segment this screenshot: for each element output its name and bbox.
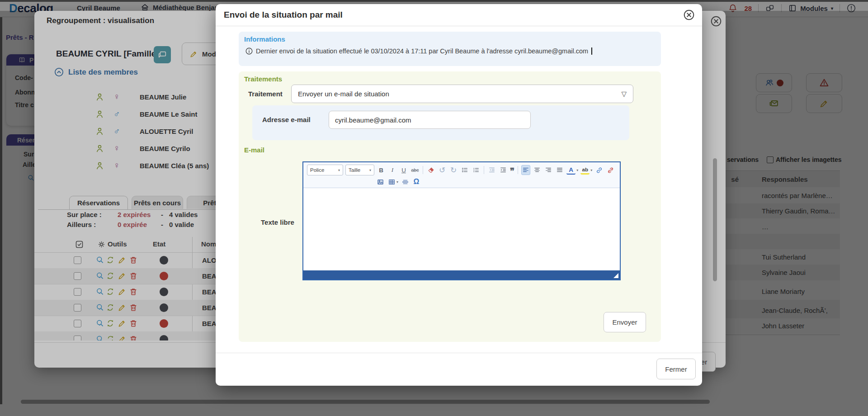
redo-button[interactable]: ↻ bbox=[449, 165, 458, 175]
select-arrow-icon: ▽ bbox=[621, 90, 627, 98]
mail-modal-footer: Fermer bbox=[216, 353, 702, 386]
treatment-label: Traitement bbox=[248, 90, 283, 98]
font-size-label: Taille bbox=[349, 167, 360, 173]
info-icon bbox=[245, 47, 253, 55]
insert-link-button[interactable] bbox=[594, 165, 604, 175]
chevron-down-icon: ▾ bbox=[590, 168, 592, 172]
bold-button[interactable]: B bbox=[377, 165, 386, 175]
align-left-button[interactable] bbox=[521, 165, 530, 175]
close-mail-modal-button[interactable]: Fermer bbox=[656, 359, 696, 379]
mail-modal-header: Envoi de la situation par mail bbox=[216, 4, 702, 26]
resize-handle-icon[interactable] bbox=[613, 273, 618, 278]
align-right-button[interactable] bbox=[544, 165, 553, 175]
treatments-panel: Traitements Traitement Envoyer un e-mail… bbox=[239, 71, 661, 342]
align-center-button[interactable] bbox=[533, 165, 542, 175]
email-address-label: Adresse e-mail bbox=[262, 116, 311, 123]
strikethrough-button[interactable]: abc bbox=[410, 165, 420, 175]
justify-button[interactable] bbox=[555, 165, 564, 175]
app-screen: Decalog Cyril Beaume Médiathèque Benjam … bbox=[0, 0, 868, 416]
text-cursor bbox=[591, 47, 592, 55]
editor-status-bar bbox=[303, 270, 620, 279]
treatment-value: Envoyer un e-mail de situation bbox=[298, 90, 389, 98]
special-character-button[interactable]: Ω bbox=[412, 177, 421, 187]
info-message: Dernier envoi de la situation effectué l… bbox=[256, 47, 588, 55]
italic-button[interactable]: I bbox=[388, 165, 397, 175]
rich-text-editor: Police ▾ Taille ▾ B I U abc ↺ bbox=[302, 161, 621, 280]
email-address-input[interactable] bbox=[329, 111, 531, 129]
bullet-list-button[interactable] bbox=[472, 165, 481, 175]
editor-body[interactable] bbox=[303, 188, 620, 271]
chevron-down-icon: ▾ bbox=[338, 168, 340, 172]
outdent-button[interactable] bbox=[487, 165, 496, 175]
chevron-down-icon: ▾ bbox=[576, 168, 578, 172]
toolbar-divider bbox=[484, 166, 484, 174]
free-text-label: Texte libre bbox=[261, 218, 294, 226]
ordered-list-button[interactable] bbox=[460, 165, 469, 175]
editor-toolbar: Police ▾ Taille ▾ B I U abc ↺ bbox=[303, 162, 620, 188]
send-button[interactable]: Envoyer bbox=[604, 312, 646, 332]
remove-format-button[interactable] bbox=[426, 165, 435, 175]
font-family-label: Police bbox=[310, 167, 324, 173]
modal-title: Envoi de la situation par mail bbox=[224, 10, 343, 20]
send-situation-mail-modal: Envoi de la situation par mail Informati… bbox=[216, 4, 702, 386]
treatment-select[interactable]: Envoyer un e-mail de situation ▽ bbox=[291, 85, 633, 103]
informations-panel: Informations Dernier envoi de la situati… bbox=[239, 32, 661, 66]
undo-button[interactable]: ↺ bbox=[438, 165, 447, 175]
email-section-heading: E-mail bbox=[244, 146, 264, 154]
horizontal-rule-button[interactable] bbox=[401, 177, 410, 187]
chevron-down-icon: ▾ bbox=[396, 180, 398, 184]
last-send-info: Dernier envoi de la situation effectué l… bbox=[245, 47, 592, 55]
blockquote-button[interactable]: ❞ bbox=[510, 169, 514, 174]
email-address-group: Adresse e-mail bbox=[252, 105, 629, 140]
text-color-button[interactable]: A bbox=[566, 165, 576, 175]
close-icon[interactable] bbox=[683, 9, 695, 21]
toolbar-divider bbox=[518, 166, 518, 174]
informations-heading: Informations bbox=[244, 35, 285, 43]
remove-link-button[interactable] bbox=[606, 165, 615, 175]
font-size-select[interactable]: Taille ▾ bbox=[345, 165, 374, 175]
treatments-heading: Traitements bbox=[244, 75, 282, 83]
insert-table-button[interactable] bbox=[387, 177, 396, 187]
underline-button[interactable]: U bbox=[399, 165, 408, 175]
indent-button[interactable] bbox=[499, 165, 508, 175]
toolbar-divider bbox=[423, 166, 423, 174]
insert-image-button[interactable] bbox=[376, 177, 385, 187]
font-family-select[interactable]: Police ▾ bbox=[307, 165, 343, 175]
chevron-down-icon: ▾ bbox=[369, 168, 371, 172]
highlight-color-button[interactable]: ab bbox=[580, 165, 590, 175]
